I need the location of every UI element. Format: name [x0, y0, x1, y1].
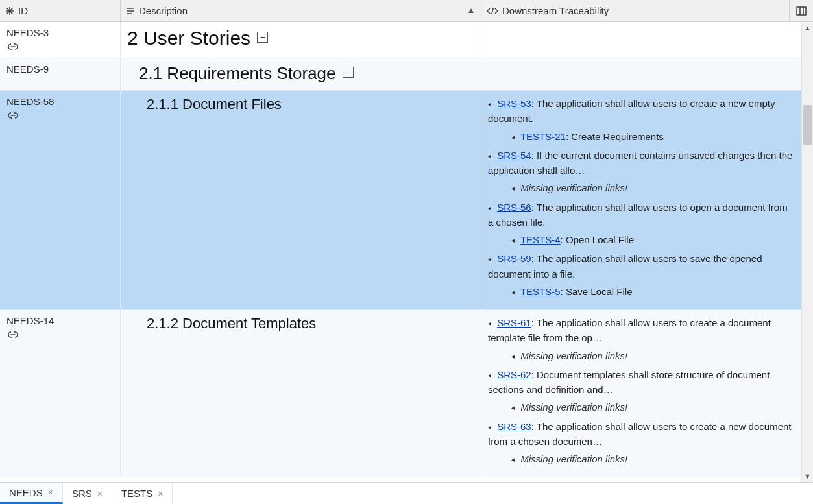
- tab-label: NEEDS: [9, 487, 43, 498]
- scroll-up-arrow-icon[interactable]: ▲: [802, 22, 813, 34]
- trace-link[interactable]: SRS-62: [497, 369, 531, 380]
- section-heading: 2.1 Requirements Storage−: [139, 64, 474, 84]
- missing-links-warning: Missing verification links!: [520, 350, 627, 361]
- id-cell: NEEDS-9: [0, 58, 121, 90]
- document-tabs: NEEDS×SRS×TESTS×: [0, 482, 813, 504]
- triangle-left-icon: ◂: [488, 150, 491, 162]
- column-header-trace-label: Downstream Traceability: [502, 5, 609, 16]
- sort-ascending-icon: [468, 8, 474, 14]
- missing-links-warning: Missing verification links!: [520, 182, 627, 193]
- svg-rect-9: [797, 7, 806, 15]
- trace-entry: ◂ SRS-56: The application shall allow us…: [488, 200, 795, 230]
- triangle-left-icon: ◂: [511, 402, 515, 413]
- table-row[interactable]: NEEDS-582.1.1 Document Files◂ SRS-53: Th…: [0, 91, 801, 310]
- trace-cell: [481, 22, 801, 58]
- trace-sub-entry: ◂ TESTS-21: Create Requirements: [488, 129, 795, 144]
- trace-entry: ◂ SRS-54: If the current document contai…: [488, 148, 795, 178]
- trace-text: : The application shall allow users to o…: [488, 202, 788, 228]
- trace-sub-entry: ◂ TESTS-5: Save Local File: [488, 284, 795, 299]
- table-row[interactable]: NEEDS-92.1 Requirements Storage−: [0, 58, 801, 91]
- tab-label: SRS: [72, 488, 92, 499]
- column-header-id[interactable]: ID: [0, 0, 121, 21]
- code-icon: [487, 6, 498, 16]
- requirements-grid: NEEDS-32 User Stories−NEEDS-92.1 Require…: [0, 22, 801, 482]
- triangle-left-icon: ◂: [511, 351, 515, 362]
- column-header-description-label: Description: [139, 5, 188, 16]
- triangle-left-icon: ◂: [511, 454, 515, 465]
- svg-marker-7: [468, 8, 474, 13]
- link-icon: [6, 111, 114, 120]
- grid-body-wrap: NEEDS-32 User Stories−NEEDS-92.1 Require…: [0, 22, 813, 482]
- trace-text: : Open Local File: [561, 234, 634, 245]
- requirement-id: NEEDS-58: [6, 96, 114, 107]
- trace-link[interactable]: TESTS-4: [520, 234, 561, 245]
- column-config-button[interactable]: [790, 0, 813, 21]
- column-header-row: ID Description Downstream Traceability: [0, 0, 813, 22]
- triangle-left-icon: ◂: [488, 254, 491, 265]
- list-icon: [126, 6, 135, 16]
- trace-sub-entry: ◂ Missing verification links!: [488, 180, 795, 195]
- trace-text: : Create Requirements: [566, 131, 664, 142]
- trace-link[interactable]: SRS-63: [497, 421, 531, 432]
- tab-srs[interactable]: SRS×: [63, 483, 112, 504]
- trace-sub-entry: ◂ Missing verification links!: [488, 400, 795, 414]
- close-icon[interactable]: ×: [48, 487, 53, 498]
- trace-entry: ◂ SRS-53: The application shall allow us…: [488, 96, 795, 126]
- table-row[interactable]: NEEDS-32 User Stories−: [0, 22, 801, 58]
- id-cell: NEEDS-3: [0, 22, 121, 58]
- trace-link[interactable]: SRS-53: [497, 98, 531, 109]
- column-header-id-label: ID: [18, 5, 28, 16]
- column-header-trace[interactable]: Downstream Traceability: [481, 0, 790, 21]
- scroll-thumb[interactable]: [803, 105, 812, 145]
- vertical-scrollbar[interactable]: ▲ ▼: [801, 22, 813, 482]
- tab-needs[interactable]: NEEDS×: [0, 483, 63, 504]
- section-heading: 2.1.2 Document Templates: [147, 315, 474, 332]
- trace-text: : The application shall allow users to c…: [488, 98, 775, 124]
- trace-entry: ◂ SRS-59: The application shall allow us…: [488, 251, 795, 282]
- triangle-left-icon: ◂: [511, 287, 515, 298]
- trace-link[interactable]: SRS-56: [497, 202, 531, 213]
- trace-link[interactable]: SRS-54: [497, 150, 531, 161]
- requirement-id: NEEDS-9: [6, 64, 114, 75]
- triangle-left-icon: ◂: [511, 235, 515, 246]
- trace-entry: ◂ SRS-62: Document templates shall store…: [488, 367, 795, 398]
- asterisk-icon: [5, 6, 14, 16]
- table-row[interactable]: NEEDS-142.1.2 Document Templates◂ SRS-61…: [0, 310, 801, 477]
- columns-icon: [796, 6, 807, 16]
- close-icon[interactable]: ×: [158, 488, 163, 499]
- triangle-left-icon: ◂: [488, 422, 491, 433]
- trace-sub-entry: ◂ Missing verification links!: [488, 348, 795, 363]
- trace-cell: ◂ SRS-61: The application shall allow us…: [481, 310, 801, 477]
- triangle-left-icon: ◂: [488, 99, 491, 110]
- trace-link[interactable]: SRS-61: [497, 317, 531, 328]
- link-icon: [6, 42, 114, 51]
- scroll-down-arrow-icon[interactable]: ▼: [802, 470, 813, 482]
- description-cell: 2.1.2 Document Templates: [121, 310, 481, 477]
- trace-link[interactable]: SRS-59: [497, 253, 531, 264]
- trace-cell: [481, 58, 801, 90]
- trace-cell: ◂ SRS-53: The application shall allow us…: [481, 91, 801, 309]
- trace-text: : The application shall allow users to c…: [488, 421, 791, 447]
- triangle-left-icon: ◂: [511, 132, 515, 143]
- requirement-id: NEEDS-14: [6, 315, 114, 326]
- id-cell: NEEDS-14: [0, 310, 121, 477]
- app-root: ID Description Downstream Traceability N…: [0, 0, 813, 504]
- triangle-left-icon: ◂: [488, 202, 491, 213]
- description-cell: 2 User Stories−: [121, 22, 481, 58]
- link-icon: [6, 330, 114, 339]
- trace-link[interactable]: TESTS-5: [520, 286, 561, 297]
- id-cell: NEEDS-58: [0, 91, 121, 309]
- requirement-id: NEEDS-3: [6, 27, 114, 38]
- trace-entry: ◂ SRS-63: The application shall allow us…: [488, 419, 795, 450]
- svg-line-8: [492, 8, 494, 14]
- trace-sub-entry: ◂ Missing verification links!: [488, 451, 795, 466]
- tab-tests[interactable]: TESTS×: [112, 483, 173, 504]
- collapse-toggle[interactable]: −: [257, 32, 268, 43]
- collapse-toggle[interactable]: −: [343, 67, 354, 78]
- section-title: 2.1 Requirements Storage: [139, 64, 336, 84]
- column-header-description[interactable]: Description: [121, 0, 481, 21]
- close-icon[interactable]: ×: [97, 488, 103, 499]
- section-title: 2.1.1 Document Files: [147, 96, 282, 112]
- trace-link[interactable]: TESTS-21: [520, 131, 566, 142]
- missing-links-warning: Missing verification links!: [520, 402, 627, 413]
